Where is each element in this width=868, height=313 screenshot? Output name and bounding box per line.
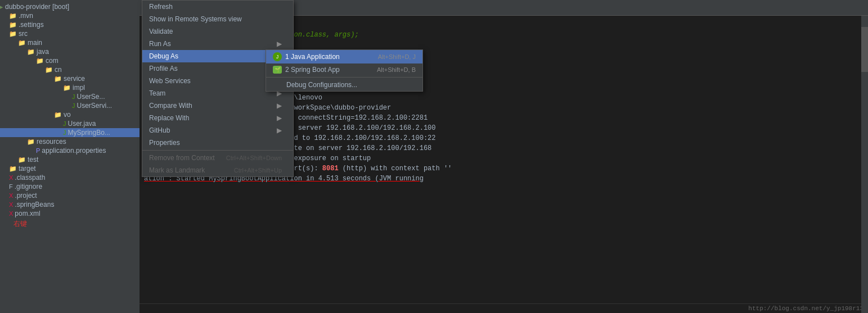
tree-item-label-UserServiceImpl: UserSe... bbox=[77, 93, 105, 101]
tree-item-label-test: test bbox=[28, 156, 38, 164]
submenu-label-debugConfigs: Debug Configurations... bbox=[286, 81, 357, 89]
submenu-label-javaApp: 1 Java Application bbox=[285, 53, 340, 61]
tree-item-icon-mvn: 📁 bbox=[9, 12, 17, 20]
menu-label-webServices: Web Services bbox=[149, 77, 191, 85]
tree-item-label-resources: resources bbox=[37, 138, 66, 146]
tree-item-project[interactable]: X.project bbox=[0, 191, 140, 200]
tree-item-cn[interactable]: 📁cn bbox=[0, 65, 140, 74]
tree-item-com[interactable]: 📁com bbox=[0, 56, 140, 65]
tree-item-src[interactable]: 📁src bbox=[0, 29, 140, 38]
arrow-compareWith: ▶ bbox=[277, 102, 282, 110]
tree-item-springBeans[interactable]: X.springBeans bbox=[0, 200, 140, 209]
tree-item-main[interactable]: 📁main bbox=[0, 38, 140, 47]
tree-item-java[interactable]: 📁java bbox=[0, 47, 140, 56]
tree-item-test[interactable]: 📁test bbox=[0, 155, 140, 164]
menu-label-team: Team bbox=[149, 89, 165, 97]
tree-item-dubbo-provider[interactable]: ▸dubbo-provider [boot] bbox=[0, 2, 140, 11]
tree-item-mvn[interactable]: 📁.mvn bbox=[0, 11, 140, 20]
tree-item-icon-settings: 📁 bbox=[9, 21, 17, 29]
scrollbar[interactable] bbox=[861, 16, 868, 313]
tree-item-icon-resources: 📁 bbox=[27, 138, 35, 146]
tree-item-icon-appProps: P bbox=[36, 147, 40, 154]
shortcut-removeFromContext: Ctrl+Alt+Shift+Down bbox=[226, 155, 282, 161]
menu-item-properties[interactable]: Properties bbox=[142, 137, 293, 149]
arrow-replaceWith: ▶ bbox=[277, 114, 282, 122]
tree-item-MySpringBoot[interactable]: JMySpringBo... bbox=[0, 128, 140, 137]
submenu-item-springBoot[interactable]: 🌱 2 Spring Boot App Alt+Shift+D, B bbox=[266, 63, 422, 76]
menu-label-validate: Validate bbox=[149, 28, 173, 35]
menu-label-compareWith: Compare With bbox=[149, 102, 192, 110]
menu-label-properties: Properties bbox=[149, 139, 180, 147]
tree-item-target[interactable]: 📁target bbox=[0, 164, 140, 173]
highlight-13: 8081 bbox=[322, 165, 339, 173]
tree-item-label-vo: vo bbox=[64, 111, 71, 119]
menu-label-refresh: Refresh bbox=[149, 3, 173, 11]
menu-separator-sep1 bbox=[142, 150, 293, 151]
menu-label-runAs: Run As bbox=[149, 40, 171, 48]
tree-item-icon-com: 📁 bbox=[36, 57, 44, 65]
tree-item-label-springBeans: .springBeans bbox=[15, 201, 54, 208]
arrow-github: ▶ bbox=[277, 126, 282, 134]
tree-item-icon-src: 📁 bbox=[9, 30, 17, 38]
submenu-item-debugConfigs[interactable]: Debug Configurations... bbox=[266, 79, 422, 91]
tree-item-classpath[interactable]: X.classpath bbox=[0, 173, 140, 182]
tree-item-label-main: main bbox=[28, 39, 42, 47]
tree-item-label-project: .project bbox=[15, 192, 37, 199]
tree-item-label-MySpringBoot: MySpringBo... bbox=[68, 129, 110, 137]
tree-item-icon-UserService: J bbox=[72, 102, 75, 109]
tree-item-icon-User: J bbox=[63, 120, 66, 127]
submenu-debug-as: J 1 Java Application Alt+Shift+D, J 🌱 2 … bbox=[266, 49, 423, 92]
tree-item-UserServiceImpl[interactable]: JUserSe... bbox=[0, 92, 140, 101]
submenu-label-springBoot: 2 Spring Boot App bbox=[285, 66, 340, 74]
tree-item-icon-springBeans: X bbox=[9, 201, 13, 208]
tree-item-User[interactable]: JUser.java bbox=[0, 119, 140, 128]
shortcut-markAsLandmark: Ctrl+Alt+Shift+Up bbox=[234, 167, 282, 174]
menu-label-showInRemote: Show in Remote Systems view bbox=[149, 15, 242, 23]
tree-item-label-gitignore: .gitignore bbox=[15, 183, 42, 190]
tree-item-vo[interactable]: 📁vo bbox=[0, 110, 140, 119]
tree-item-label-UserService: UserServi... bbox=[77, 102, 113, 110]
scrollbar-thumb[interactable] bbox=[861, 27, 868, 72]
tree-item-label-mvn: .mvn bbox=[19, 12, 33, 20]
menu-label-markAsLandmark: Mark as Landmark bbox=[149, 166, 205, 174]
tree-item-label-dubbo-provider: dubbo-provider [boot] bbox=[5, 3, 69, 11]
tree-item-label-java: java bbox=[37, 48, 49, 56]
menu-label-profileAs: Profile As bbox=[149, 65, 178, 72]
tree-item-service[interactable]: 📁service bbox=[0, 74, 140, 83]
tree-item-resources[interactable]: 📁resources bbox=[0, 137, 140, 146]
menu-label-replaceWith: Replace With bbox=[149, 114, 189, 122]
menu-item-showInRemote[interactable]: Show in Remote Systems view bbox=[142, 13, 293, 25]
footer-url: http://blog.csdn.net/y_jp198r13 bbox=[748, 305, 863, 312]
menu-item-refresh[interactable]: Refresh bbox=[142, 1, 293, 13]
tree-item-UserService[interactable]: JUserServi... bbox=[0, 101, 140, 110]
tree-item-label-settings: .settings bbox=[19, 21, 44, 29]
tree-item-icon-project: X bbox=[9, 192, 13, 199]
menu-item-compareWith[interactable]: Compare With▶ bbox=[142, 99, 293, 112]
tree-item-impl[interactable]: 📁impl bbox=[0, 83, 140, 92]
menu-label-github: GitHub bbox=[149, 126, 170, 134]
menu-item-replaceWith[interactable]: Replace With▶ bbox=[142, 112, 293, 124]
tree-item-icon-gitignore: F bbox=[9, 183, 13, 190]
tree-item-settings[interactable]: 📁.settings bbox=[0, 20, 140, 29]
console-footer: http://blog.csdn.net/y_jp198r13 bbox=[140, 303, 868, 313]
menu-item-validate[interactable]: Validate bbox=[142, 25, 293, 38]
tree-item-gitignore[interactable]: F.gitignore bbox=[0, 182, 140, 191]
submenu-icon-javaApp: J bbox=[273, 52, 282, 61]
tree-item-appProps[interactable]: Papplication.properties bbox=[0, 146, 140, 155]
tree-item-pom[interactable]: Xpom.xml bbox=[0, 209, 140, 218]
submenu-separator bbox=[266, 77, 422, 78]
tree-item-icon-dubbo-provider: ▸ bbox=[0, 3, 3, 11]
tree-item-label-User: User.java bbox=[68, 120, 96, 128]
menu-item-runAs[interactable]: Run As▶ bbox=[142, 38, 293, 50]
tree-item-icon-target: 📁 bbox=[9, 165, 17, 173]
menu-item-github[interactable]: GitHub▶ bbox=[142, 124, 293, 137]
menu-item-markAsLandmark[interactable]: Mark as LandmarkCtrl+Alt+Shift+Up bbox=[142, 164, 293, 176]
submenu-item-javaApp[interactable]: J 1 Java Application Alt+Shift+D, J bbox=[266, 50, 422, 63]
context-menu-overlay: RefreshShow in Remote Systems viewValida… bbox=[142, 0, 294, 177]
menu-item-removeFromContext[interactable]: Remove from ContextCtrl+Alt+Shift+Down bbox=[142, 152, 293, 164]
tree-item-icon-UserServiceImpl: J bbox=[72, 93, 75, 100]
tree-item-label-appProps: application.properties bbox=[42, 147, 106, 155]
tree-item-label-com: com bbox=[46, 57, 59, 65]
tree-item-label-service: service bbox=[64, 75, 85, 83]
tree-item-icon-vo: 📁 bbox=[54, 111, 62, 119]
